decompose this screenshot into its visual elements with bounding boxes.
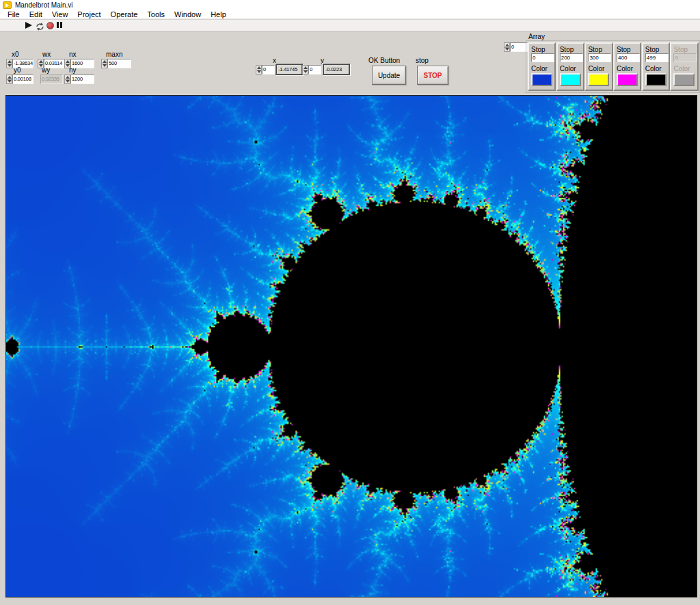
window-title: Mandelbrot Main.vi (15, 1, 72, 9)
cursor-x-index[interactable]: 0 (262, 65, 275, 75)
menu-bar: File Edit View Project Operate Tools Win… (0, 10, 700, 19)
stop-value-input: 0 (673, 53, 697, 62)
wy-label: wy (42, 66, 50, 74)
stop-value-input[interactable]: 0 (531, 53, 554, 62)
title-bar: Mandelbrot Main.vi (0, 0, 700, 10)
array-label: Array (528, 33, 545, 40)
stop-label: Stop (617, 46, 631, 53)
wy-indicator: 0.02335 (40, 75, 63, 84)
color-stop-array: Stop 0 Color Stop 200 Color Stop 300 Col… (526, 40, 700, 93)
color-label: Color (673, 65, 690, 72)
labview-window: Mandelbrot Main.vi File Edit View Projec… (0, 0, 700, 605)
y0-input[interactable]: 0.00108 (12, 75, 33, 84)
stop-label: stop (416, 57, 429, 64)
x0-label: x0 (12, 51, 19, 58)
menu-file[interactable]: File (3, 10, 25, 19)
color-box[interactable] (588, 73, 609, 86)
array-element: Stop 0 Color (528, 42, 556, 91)
ny-spinner[interactable] (64, 75, 70, 84)
array-element: Stop 300 Color (584, 42, 612, 91)
menu-operate[interactable]: Operate (106, 10, 143, 19)
color-box[interactable] (645, 73, 667, 86)
color-box[interactable] (560, 73, 581, 86)
run-icon[interactable] (25, 22, 32, 29)
color-label: Color (588, 65, 604, 72)
abort-icon[interactable] (46, 22, 54, 29)
color-box[interactable] (531, 73, 552, 86)
nx-label: nx (69, 51, 77, 58)
cursor-x-value: -1.41745 (275, 64, 303, 75)
mandelbrot-picture[interactable] (5, 95, 697, 597)
run-continuously-icon[interactable] (36, 21, 44, 33)
color-label: Color (617, 65, 633, 72)
cursor-y-index-spinner[interactable] (302, 65, 308, 75)
update-button[interactable]: Update (372, 66, 406, 85)
array-element: Stop 499 Color (642, 42, 670, 91)
stop-button[interactable]: STOP (417, 66, 448, 85)
stop-value-input[interactable]: 300 (588, 53, 611, 62)
ny-label: ny (69, 66, 77, 74)
menu-tools[interactable]: Tools (142, 10, 170, 19)
maxn-label: maxn (106, 51, 122, 58)
stop-label: Stop (588, 46, 602, 53)
menu-view[interactable]: View (47, 10, 73, 19)
y0-spinner[interactable] (6, 75, 12, 84)
menu-project[interactable]: Project (72, 10, 105, 19)
stop-label: Stop (645, 46, 660, 53)
y0-label: y0 (14, 66, 21, 74)
labview-vi-icon (3, 1, 12, 9)
cursor-x-index-spinner[interactable] (256, 65, 262, 75)
stop-value-input[interactable]: 400 (617, 53, 640, 62)
maxn-spinner[interactable] (101, 59, 107, 68)
stop-value-input[interactable]: 200 (560, 53, 583, 62)
color-label: Color (560, 65, 576, 72)
ok-button-label: OK Button (368, 57, 400, 64)
stop-label: Stop (673, 46, 688, 53)
array-element-disabled: Stop 0 Color (670, 42, 698, 91)
wx-label: wx (42, 51, 51, 58)
color-label: Color (645, 65, 662, 72)
stop-label: Stop (531, 46, 546, 53)
fractal-canvas[interactable] (6, 96, 697, 597)
menu-window[interactable]: Window (170, 10, 206, 19)
cursor-y-value: -0.0223 (323, 64, 350, 75)
stop-value-input[interactable]: 499 (645, 53, 669, 62)
color-box (673, 73, 695, 86)
menu-help[interactable]: Help (206, 10, 231, 19)
color-label: Color (531, 65, 548, 72)
array-element: Stop 400 Color (613, 42, 641, 91)
array-index-spinner[interactable] (504, 42, 510, 52)
maxn-input[interactable]: 500 (107, 59, 131, 68)
ny-input[interactable]: 1200 (70, 75, 94, 84)
vi-toolbar (0, 20, 700, 31)
color-box[interactable] (617, 73, 638, 86)
pause-icon[interactable] (57, 22, 63, 28)
array-element: Stop 200 Color (556, 42, 584, 91)
menu-edit[interactable]: Edit (25, 10, 47, 19)
stop-label: Stop (560, 46, 574, 53)
cursor-y-index[interactable]: 0 (308, 65, 321, 75)
x0-spinner[interactable] (6, 59, 12, 68)
